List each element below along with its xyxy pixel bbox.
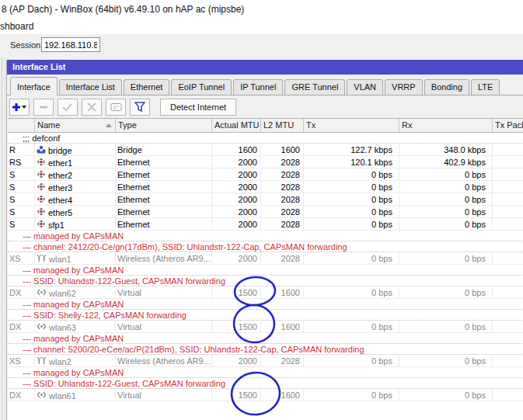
interface-name: wlan62 xyxy=(49,289,76,298)
virtual-icon xyxy=(37,288,47,298)
enable-button[interactable] xyxy=(58,99,78,116)
rx-cell: 0 bps xyxy=(399,252,493,264)
actual-mtu-cell: 2000 xyxy=(212,156,261,168)
type-cell: Wireless (Atheros AR9... xyxy=(116,252,212,264)
window-title: 8 (AP Dach) - WinBox (64bit) v6.49.10 on… xyxy=(2,4,244,15)
tab-interface-list[interactable]: Interface List xyxy=(59,79,122,95)
column-header-name[interactable]: Name xyxy=(35,119,116,132)
tx-cell: 0 bps xyxy=(304,321,399,332)
filter-button[interactable] xyxy=(130,99,150,116)
l2-mtu-cell: 2028 xyxy=(261,156,304,168)
interface-row-wlan62[interactable]: DXwlan62Virtual150016000 bps0 bps xyxy=(8,286,523,299)
name-cell: wlan62 xyxy=(35,286,116,298)
flags-cell: S xyxy=(8,168,35,180)
ethernet-icon xyxy=(37,195,46,205)
tx-packet-cell xyxy=(493,321,523,332)
comment-row: --- channel: 5200/20-eCee/ac/P(21dBm), S… xyxy=(8,344,523,355)
interface-row-ether4[interactable]: Sether4Ethernet200020280 bps0 bps xyxy=(8,193,523,206)
l2-mtu-cell: 2028 xyxy=(261,252,304,264)
tx-packet-cell xyxy=(493,355,523,366)
type-cell: Virtual xyxy=(116,286,212,298)
tab-bonding[interactable]: Bonding xyxy=(424,79,469,95)
column-header-type[interactable]: Type xyxy=(116,119,212,132)
session-input[interactable] xyxy=(41,37,100,52)
actual-mtu-cell: 2000 xyxy=(212,218,261,230)
name-cell: ether3 xyxy=(35,181,116,193)
name-cell: wlan1 xyxy=(35,252,116,264)
tx-cell: 0 bps xyxy=(304,286,399,298)
flags-cell: DX xyxy=(8,389,35,401)
comment-button[interactable] xyxy=(106,99,126,116)
interface-row-bridge[interactable]: RbridgeBridge16001600122.7 kbps348.0 kbp… xyxy=(8,144,523,156)
column-header-rx[interactable]: Rx xyxy=(399,119,493,132)
window-frame-line xyxy=(5,57,5,420)
interface-row-ether1[interactable]: RSether1Ethernet20002028120.1 kbps402.9 … xyxy=(8,156,523,168)
tx-packet-cell xyxy=(493,206,523,217)
comment-row: --- managed by CAPsMAN xyxy=(8,299,523,310)
interface-row-wlan2[interactable]: XSwlan2Wireless (Atheros AR9...200020280… xyxy=(8,355,523,367)
interface-row-wlan63[interactable]: DXwlan63Virtual150016000 bps0 bps xyxy=(8,321,523,333)
column-header-flags[interactable] xyxy=(8,119,35,132)
tab-vlan[interactable]: VLAN xyxy=(347,79,383,95)
name-cell: bridge xyxy=(35,144,116,155)
comment-icon xyxy=(110,102,122,112)
detect-internet-button[interactable]: Detect Internet xyxy=(160,99,236,116)
column-header-tx[interactable]: Tx xyxy=(304,119,399,132)
ethernet-icon xyxy=(37,207,46,217)
disable-button[interactable] xyxy=(82,99,102,116)
virtual-icon xyxy=(37,390,47,401)
interface-name: wlan63 xyxy=(49,323,76,332)
interface-row-wlan1[interactable]: XSwlan1Wireless (Atheros AR9...200020280… xyxy=(8,252,523,265)
sort-ascending-icon xyxy=(106,123,112,127)
interface-row-sfp1[interactable]: Ssfp1Ethernet200020280 bps0 bps xyxy=(8,218,523,231)
add-icon xyxy=(12,102,26,112)
interface-row-ether5[interactable]: Sether5Ethernet200020280 bps0 bps xyxy=(8,206,523,218)
name-cell: ether4 xyxy=(35,193,116,205)
interface-name: ether2 xyxy=(48,171,72,180)
name-cell: wlan2 xyxy=(35,355,116,366)
column-header-l2-mtu[interactable]: L2 MTU xyxy=(261,119,304,132)
interface-name: ether5 xyxy=(48,208,72,217)
name-cell: wlan61 xyxy=(35,389,116,401)
add-button[interactable] xyxy=(9,99,30,116)
type-cell: Ethernet xyxy=(116,193,212,205)
rx-cell: 0 bps xyxy=(399,286,493,298)
interface-row-wlan61[interactable]: DXwlan61Virtual150016000 bps0 bps xyxy=(8,389,523,401)
interface-table: NameTypeActual MTUL2 MTUTxRxTx Pack ;;; … xyxy=(8,118,523,420)
column-header-tx-pack[interactable]: Tx Pack xyxy=(493,119,523,132)
remove-button[interactable] xyxy=(33,99,54,116)
l2-mtu-cell: 2028 xyxy=(261,206,304,217)
actual-mtu-cell: 2000 xyxy=(212,193,261,205)
tab-vrrp[interactable]: VRRP xyxy=(385,79,423,95)
interface-row-ether2[interactable]: Sether2Ethernet200020280 bps0 bps xyxy=(8,168,523,181)
comment-row: --- managed by CAPsMAN xyxy=(8,333,523,344)
l2-mtu-cell: 1600 xyxy=(261,286,304,298)
tx-packet-cell xyxy=(493,389,523,401)
l2-mtu-cell: 1600 xyxy=(261,321,304,332)
name-cell: sfp1 xyxy=(35,218,116,230)
flags-cell: R xyxy=(8,144,35,155)
tx-packet-cell xyxy=(493,218,523,230)
interface-name: wlan61 xyxy=(49,391,76,401)
rx-cell: 0 bps xyxy=(399,389,493,401)
tab-lte[interactable]: LTE xyxy=(471,79,500,95)
panel-titlebar[interactable]: Interface List xyxy=(7,60,523,75)
l2-mtu-cell: 2028 xyxy=(261,193,304,205)
tab-interface[interactable]: Interface xyxy=(10,77,58,95)
comment-row: --- SSID: Uhlandstr-122-Guest, CAPsMAN f… xyxy=(8,276,523,286)
tab-ethernet[interactable]: Ethernet xyxy=(124,79,170,95)
interface-name: ether1 xyxy=(48,158,72,168)
tab-eoip-tunnel[interactable]: EoIP Tunnel xyxy=(171,79,232,95)
column-header-actual-mtu[interactable]: Actual MTU xyxy=(212,119,261,132)
tab-gre-tunnel[interactable]: GRE Tunnel xyxy=(284,79,345,95)
wireless-icon xyxy=(37,254,47,264)
tx-packet-cell xyxy=(493,144,523,155)
interface-name: ether3 xyxy=(48,183,72,193)
actual-mtu-cell: 1600 xyxy=(212,144,261,155)
tab-ip-tunnel[interactable]: IP Tunnel xyxy=(233,79,283,95)
interface-row-ether3[interactable]: Sether3Ethernet200020280 bps0 bps xyxy=(8,181,523,193)
interface-name: sfp1 xyxy=(48,220,65,230)
comment-row: ;;; defconf xyxy=(8,133,523,144)
flags-cell: S xyxy=(8,181,35,193)
type-cell: Virtual xyxy=(116,321,212,332)
